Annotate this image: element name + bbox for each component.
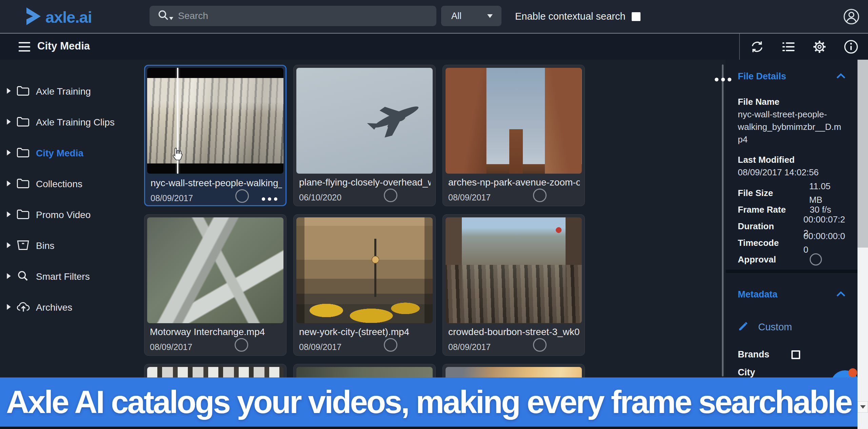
- field-label: File Name: [738, 95, 846, 108]
- user-account-button[interactable]: [843, 8, 860, 25]
- field-label: City: [738, 367, 791, 378]
- asset-card-arches[interactable]: arches-np-park-avenue-zoom-out-h... 08/0…: [442, 65, 585, 206]
- caret-right-icon[interactable]: [6, 304, 16, 312]
- approval-circle[interactable]: [810, 253, 822, 266]
- sidebar-item-axle-training-clips[interactable]: Axle Training Clips: [0, 107, 144, 138]
- thumbnail-image: [147, 78, 283, 163]
- folder-header-bar: City Media: [0, 33, 868, 60]
- sidebar-item-city-media[interactable]: City Media: [0, 138, 144, 169]
- panel-section-divider: [726, 270, 857, 273]
- video-thumbnail[interactable]: [147, 217, 283, 323]
- field-value: 00:00:00:00: [804, 229, 846, 256]
- field-label: Brands: [738, 349, 791, 360]
- scrollbar-thumb[interactable]: [857, 60, 868, 248]
- sidebar-item-collections[interactable]: Collections: [0, 169, 144, 199]
- search-scope-caret-icon: [169, 17, 173, 20]
- video-thumbnail[interactable]: [446, 217, 582, 323]
- field-value: 11.05 MB: [809, 179, 846, 207]
- cloud-upload-icon: [16, 301, 31, 314]
- asset-select-circle[interactable]: [384, 189, 397, 202]
- custom-label: Custom: [758, 321, 792, 333]
- video-thumbnail[interactable]: [147, 68, 283, 174]
- caret-right-icon[interactable]: [6, 273, 16, 281]
- arrow-down-icon: [860, 405, 866, 409]
- asset-card-nyc-wall-street[interactable]: nyc-wall-street-people-walking_byb... 08…: [144, 65, 287, 206]
- video-thumbnail[interactable]: [446, 68, 582, 174]
- contextual-search-checkbox[interactable]: [632, 12, 640, 21]
- sidebar-item-axle-training[interactable]: Axle Training: [0, 76, 144, 107]
- asset-card-bourbon-street[interactable]: crowded-bourbon-street-3_wk0bv7... 08/09…: [442, 214, 585, 356]
- asset-card-motorway[interactable]: Motorway Interchange.mp4 08/09/2017: [144, 214, 287, 356]
- chevron-up-icon[interactable]: [836, 73, 846, 80]
- metadata-header[interactable]: Metadata: [738, 289, 846, 300]
- asset-select-circle[interactable]: [533, 189, 547, 202]
- asset-date: 08/09/2017: [150, 342, 192, 352]
- scrollbar-down-button[interactable]: [857, 401, 868, 413]
- field-label: Timecode: [738, 236, 804, 250]
- grid-panel-scrollbar[interactable]: [722, 64, 724, 376]
- caption-banner: Axle AI catalogs your videos, making eve…: [0, 377, 857, 427]
- file-details-header[interactable]: File Details: [738, 71, 846, 82]
- folder-icon: [16, 116, 31, 129]
- settings-gear-icon[interactable]: [812, 39, 827, 54]
- caret-right-icon[interactable]: [6, 87, 16, 96]
- sidebar-item-smart-filters[interactable]: Smart Filters: [0, 261, 144, 292]
- custom-metadata-button[interactable]: Custom: [738, 321, 846, 333]
- folder-icon: [16, 147, 31, 160]
- asset-select-circle[interactable]: [235, 338, 248, 352]
- more-options-button[interactable]: [715, 78, 731, 81]
- folder-icon: [16, 209, 31, 221]
- video-thumbnail[interactable]: [296, 217, 433, 323]
- sidebar-item-archives[interactable]: Archives: [0, 292, 144, 323]
- caret-right-icon[interactable]: [6, 180, 16, 188]
- field-label: Last Modified: [738, 153, 846, 166]
- file-details-title: File Details: [738, 71, 786, 82]
- folder-tree-sidebar: Axle Training Axle Training Clips City M…: [0, 60, 144, 377]
- brands-checkbox[interactable]: [791, 350, 800, 359]
- asset-select-circle[interactable]: [235, 189, 249, 203]
- asset-card-plane[interactable]: plane-flying-closely-overhead_wjduk... 0…: [293, 65, 436, 206]
- top-bar: axle.ai All Enable contextual search: [0, 0, 868, 33]
- caret-right-icon[interactable]: [6, 211, 16, 219]
- asset-card-ny-street[interactable]: new-york-city-(street).mp4 08/09/2017: [293, 214, 436, 356]
- pencil-icon: [738, 321, 749, 333]
- hand-cursor-icon: [171, 147, 184, 163]
- list-view-button[interactable]: [781, 39, 796, 54]
- asset-select-circle[interactable]: [533, 338, 547, 352]
- contextual-search-control: Enable contextual search: [515, 0, 640, 33]
- folder-icon: [16, 85, 31, 98]
- field-value: 08/09/2017 14:02:56: [738, 166, 846, 179]
- asset-date: 08/09/2017: [448, 193, 491, 202]
- page-title: City Media: [37, 40, 90, 52]
- sidebar-item-label: Smart Filters: [36, 271, 90, 282]
- magnifier-icon: [16, 270, 31, 284]
- caption-text: Axle AI catalogs your videos, making eve…: [6, 384, 851, 421]
- search-input[interactable]: [178, 11, 395, 21]
- chevron-up-icon[interactable]: [836, 291, 846, 298]
- app-logo[interactable]: axle.ai: [24, 7, 92, 27]
- info-button[interactable]: [844, 39, 859, 54]
- caret-right-icon[interactable]: [6, 118, 16, 126]
- sidebar-item-promo-video[interactable]: Promo Video: [0, 199, 144, 230]
- sidebar-item-label: Collections: [36, 179, 82, 190]
- asset-menu-button[interactable]: [262, 197, 277, 201]
- field-label: File Size: [738, 186, 809, 200]
- video-thumbnail[interactable]: [296, 68, 433, 174]
- menu-hamburger-icon[interactable]: [19, 42, 30, 52]
- sidebar-item-bins[interactable]: Bins: [0, 230, 144, 261]
- scope-dropdown[interactable]: All: [441, 6, 501, 26]
- chat-notification-badge: [848, 368, 857, 377]
- chevron-down-icon: [487, 14, 493, 18]
- field-last-modified: Last Modified 08/09/2017 14:02:56: [738, 153, 846, 179]
- asset-date: 08/09/2017: [151, 193, 193, 203]
- page-scrollbar[interactable]: [857, 60, 868, 429]
- sidebar-item-label: Promo Video: [36, 210, 91, 220]
- asset-select-circle[interactable]: [384, 338, 397, 352]
- caret-right-icon[interactable]: [6, 149, 16, 157]
- asset-date: 06/10/2020: [299, 193, 341, 202]
- refresh-button[interactable]: [750, 39, 765, 54]
- sidebar-item-label: Bins: [36, 240, 54, 251]
- field-label: Frame Rate: [738, 203, 810, 216]
- caret-right-icon[interactable]: [6, 242, 16, 250]
- search-box[interactable]: [150, 6, 436, 26]
